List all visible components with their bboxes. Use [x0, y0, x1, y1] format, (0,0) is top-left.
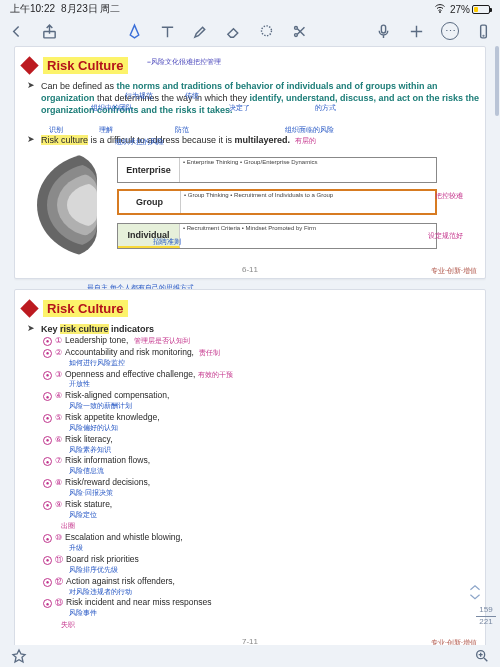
- list-item: ●②Accountability and risk monitoring, 责任…: [43, 347, 479, 369]
- status-date: 8月23日 周二: [61, 2, 120, 16]
- highlighter-icon[interactable]: [192, 23, 209, 40]
- bullet-icon: ●: [43, 457, 52, 466]
- list-item: ●④Risk-aligned compensation,风险一致的薪酬计划: [43, 390, 479, 412]
- scrollbar[interactable]: [495, 46, 499, 645]
- add-icon[interactable]: [408, 23, 425, 40]
- toolbar-right: ⋯: [375, 22, 492, 40]
- list-item: ●⑥Risk literacy,风险素养知识: [43, 434, 479, 456]
- multilayer-diagram: Enterprise • Enterprise Thinking • Group…: [33, 151, 467, 261]
- list-item: ●①Leadership tone, 管理层是否认知到: [43, 335, 479, 347]
- diamond-icon: [20, 56, 38, 74]
- more-icon[interactable]: ⋯: [441, 22, 459, 40]
- slide-page-2: Risk Culture ➤ Key risk culture indicato…: [14, 289, 486, 647]
- svg-point-0: [439, 12, 440, 13]
- document-viewport[interactable]: Risk Culture =风险文化很难把控管理 ➤ Can be define…: [14, 46, 486, 647]
- annotation: 决定了: [229, 103, 250, 113]
- annotation: 组织中的团队: [91, 103, 133, 113]
- list-item: ●⑪Board risk priorities风险排序优先级: [43, 554, 479, 576]
- bullet-icon: ●: [43, 479, 52, 488]
- annotation: 设定规范好: [428, 231, 463, 241]
- svg-point-3: [294, 26, 297, 29]
- toolbar-left: [8, 23, 58, 40]
- status-time: 上午10:22: [10, 2, 55, 16]
- annotation: 的方式: [315, 103, 336, 113]
- bullet-2: ➤ Risk culture is a difficult to address…: [21, 134, 479, 146]
- slide-page-1: Risk Culture =风险文化很难把控管理 ➤ Can be define…: [14, 46, 486, 279]
- footer-brand: 专业·创新·增值: [431, 266, 477, 276]
- layer-box-group: Group • Group Thinking • Recruitment of …: [117, 189, 437, 215]
- bullet-icon: ●: [43, 392, 52, 401]
- annotation: 组织承担的风险: [115, 137, 164, 147]
- text-tool-icon[interactable]: [159, 23, 176, 40]
- bullet-icon: ●: [43, 414, 52, 423]
- bullet-icon: ●: [43, 349, 52, 358]
- wifi-icon: [434, 2, 446, 16]
- list-item: ●⑫Action against risk offenders,对风险违规者的行…: [43, 576, 479, 598]
- bullet-icon: ●: [43, 578, 52, 587]
- phone-icon[interactable]: [475, 23, 492, 40]
- pen-icon[interactable]: [126, 23, 143, 40]
- list-item: ●⑨Risk stature,风险定位出圈: [43, 499, 479, 533]
- eraser-icon[interactable]: [225, 23, 242, 40]
- svg-rect-5: [381, 25, 385, 33]
- battery-indicator: 27%: [450, 4, 490, 15]
- list-item: ●⑧Risk/reward decisions,风险·回报决策: [43, 477, 479, 499]
- mic-icon[interactable]: [375, 23, 392, 40]
- bullet-icon: ●: [43, 599, 52, 608]
- status-bar: 上午10:22 8月23日 周二 27%: [0, 0, 500, 16]
- svg-point-7: [483, 35, 484, 36]
- list-item: ●⑤Risk appetite knowledge,风险偏好的认知: [43, 412, 479, 434]
- zoom-icon[interactable]: [473, 648, 490, 665]
- diamond-icon: [20, 299, 38, 317]
- lasso-icon[interactable]: [258, 23, 275, 40]
- annotation: 传统: [185, 91, 199, 101]
- list-item: ●⑩Escalation and whistle blowing,升级: [43, 532, 479, 554]
- indicator-list: ●①Leadership tone, 管理层是否认知到●②Accountabil…: [21, 335, 479, 631]
- svg-marker-8: [13, 650, 25, 662]
- list-item: ●③Openness and effective challenge,有效的干预…: [43, 369, 479, 391]
- back-icon[interactable]: [8, 23, 25, 40]
- list-item: ●⑬Risk incident and near miss responses风…: [43, 597, 479, 631]
- bullet-1: ➤ Can be defined as the norms and tradit…: [21, 80, 479, 116]
- bullet-icon: ●: [43, 436, 52, 445]
- toolbar-center: [126, 23, 308, 40]
- bullet-icon: ●: [43, 371, 52, 380]
- annotation: 把控较难: [435, 191, 463, 201]
- toolbar: ⋯: [0, 16, 500, 46]
- bullet-icon: ●: [43, 337, 52, 346]
- bookmark-icon[interactable]: [10, 648, 27, 665]
- bullet-icon: ●: [43, 501, 52, 510]
- annotation: 招聘准则: [153, 237, 181, 247]
- list-item: ●⑦Risk information flows,风险信息流: [43, 455, 479, 477]
- annotation: 识别: [49, 125, 63, 135]
- bullet-icon: ●: [43, 556, 52, 565]
- annotation: 行为规范: [125, 91, 153, 101]
- slide-title: Risk Culture: [43, 57, 128, 74]
- battery-percent: 27%: [450, 4, 470, 15]
- expand-chevrons-icon[interactable]: [468, 584, 482, 601]
- annotation: 组织面临的风险: [285, 125, 334, 135]
- share-icon[interactable]: [41, 23, 58, 40]
- slide-number: 6-11: [21, 265, 479, 274]
- slide-title: Risk Culture: [43, 300, 128, 317]
- annotation: 防范: [175, 125, 189, 135]
- bullet-icon: ●: [43, 534, 52, 543]
- svg-point-4: [294, 33, 297, 36]
- page-counter: 159 221: [476, 606, 496, 627]
- svg-point-2: [261, 25, 271, 35]
- annotation: =风险文化很难把控管理: [147, 57, 221, 67]
- bullet-heading: ➤ Key risk culture indicators: [21, 323, 479, 335]
- scissors-icon[interactable]: [291, 23, 308, 40]
- annotation: 理解: [99, 125, 113, 135]
- layer-box-enterprise: Enterprise • Enterprise Thinking • Group…: [117, 157, 437, 183]
- bottom-bar: [0, 645, 500, 667]
